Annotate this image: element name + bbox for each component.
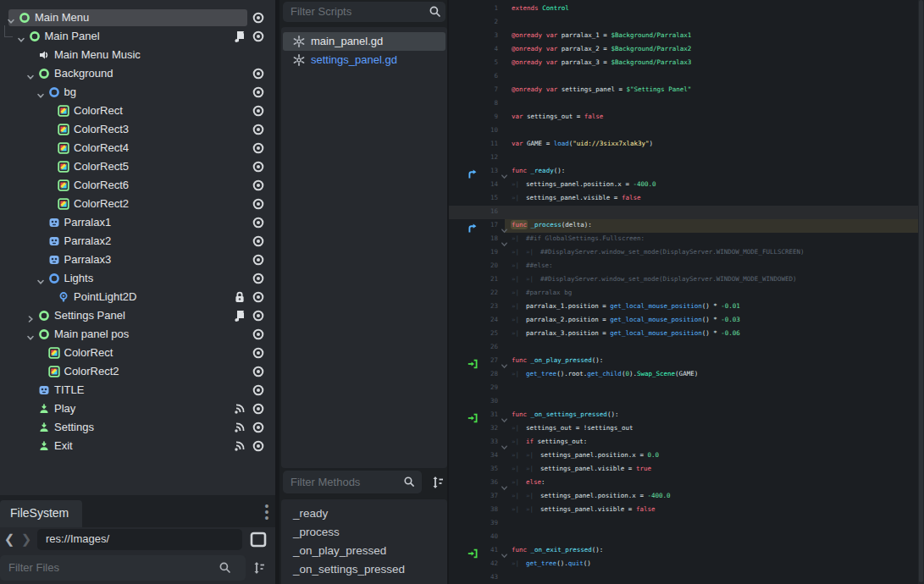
code-line-13[interactable]: 13func _ready(): bbox=[449, 165, 924, 179]
code-line-12[interactable]: 12 bbox=[449, 152, 924, 165]
code-line-14[interactable]: 14»|settings_panel.position.x = -400.0 bbox=[449, 179, 924, 192]
visibility-eye-icon[interactable] bbox=[252, 383, 265, 397]
code-line-19[interactable]: 19»|»|##DisplayServer.window_set_mode(Di… bbox=[449, 246, 924, 260]
tree-row-background[interactable]: Background bbox=[0, 64, 275, 83]
filter-methods-input[interactable]: Filter Methods bbox=[283, 471, 422, 493]
code-line-2[interactable]: 2 bbox=[449, 16, 924, 30]
code-scrollbar[interactable] bbox=[918, 0, 924, 584]
tree-row-colorrect[interactable]: ColorRect bbox=[0, 344, 275, 362]
code-line-17[interactable]: 17func _process(delta): bbox=[449, 219, 924, 233]
code-line-31[interactable]: 31func _on_settings_pressed(): bbox=[449, 409, 924, 422]
code-line-29[interactable]: 29 bbox=[449, 382, 924, 395]
filesystem-back-button[interactable]: ❮ bbox=[2, 531, 17, 548]
tree-row-title[interactable]: TITLE bbox=[0, 381, 275, 399]
tree-row-parralax1[interactable]: Parralax1 bbox=[0, 213, 275, 232]
visibility-eye-icon[interactable] bbox=[252, 160, 265, 174]
code-line-39[interactable]: 39 bbox=[449, 517, 924, 531]
tree-collapse-chevron-icon[interactable] bbox=[7, 14, 15, 22]
code-editor[interactable]: 1extends Control23@onready var parralax_… bbox=[449, 0, 924, 584]
scrollbar-thumb[interactable] bbox=[919, 0, 923, 582]
code-line-18[interactable]: 18»|##if GlobalSettings.Fullscreen: bbox=[449, 233, 924, 246]
signal-icon[interactable] bbox=[233, 421, 246, 434]
tree-collapse-chevron-icon[interactable] bbox=[17, 32, 25, 41]
tree-row-main-panel[interactable]: Main Panel bbox=[0, 27, 275, 46]
code-line-28[interactable]: 28»|get_tree().root.get_child(0).Swap_Sc… bbox=[449, 368, 924, 382]
code-line-16[interactable]: 16 bbox=[449, 206, 924, 219]
code-line-22[interactable]: 22»|#parralax bg bbox=[449, 287, 924, 300]
code-line-26[interactable]: 26 bbox=[449, 341, 924, 355]
visibility-eye-icon[interactable] bbox=[252, 439, 265, 453]
code-fold-chevron-icon[interactable] bbox=[501, 411, 508, 419]
visibility-eye-icon[interactable] bbox=[252, 346, 265, 360]
code-line-4[interactable]: 4@onready var parralax_2 = $Background/P… bbox=[449, 43, 924, 57]
filter-scripts-input[interactable]: Filter Scripts bbox=[283, 2, 445, 22]
tree-row-lights[interactable]: Lights bbox=[0, 269, 275, 288]
signal-icon[interactable] bbox=[233, 402, 246, 416]
visibility-eye-icon[interactable] bbox=[252, 309, 265, 322]
code-line-34[interactable]: 34»|»|settings_panel.position.x = 0.0 bbox=[449, 449, 924, 463]
visibility-eye-icon[interactable] bbox=[252, 328, 265, 341]
visibility-eye-icon[interactable] bbox=[252, 197, 265, 211]
tree-row-colorrect3[interactable]: ColorRect3 bbox=[0, 120, 275, 139]
code-line-41[interactable]: 41func _on_exit_pressed(): bbox=[449, 544, 924, 558]
tree-row-parralax2[interactable]: Parralax2 bbox=[0, 232, 275, 251]
filesystem-forward-button[interactable]: ❯ bbox=[19, 531, 34, 548]
code-line-20[interactable]: 20»|##else: bbox=[449, 260, 924, 273]
visibility-eye-icon[interactable] bbox=[252, 365, 265, 378]
code-line-35[interactable]: 35»|»|settings_panel.visible = true bbox=[449, 463, 924, 477]
code-fold-chevron-icon[interactable] bbox=[501, 438, 508, 446]
visibility-eye-icon[interactable] bbox=[252, 11, 265, 25]
lock-icon[interactable] bbox=[233, 290, 246, 304]
script-item-main_panel.gd[interactable]: main_panel.gd bbox=[283, 32, 445, 51]
script-item-settings_panel.gd[interactable]: settings_panel.gd bbox=[283, 51, 445, 69]
tree-row-exit[interactable]: Exit bbox=[0, 437, 275, 455]
method-item-_ready[interactable]: _ready bbox=[283, 504, 445, 523]
code-line-6[interactable]: 6 bbox=[449, 70, 924, 84]
visibility-eye-icon[interactable] bbox=[252, 30, 265, 43]
tree-row-colorrect2[interactable]: ColorRect2 bbox=[0, 195, 275, 213]
code-line-24[interactable]: 24»|parralax_2.position = get_local_mous… bbox=[449, 314, 924, 328]
tree-row-settings[interactable]: Settings bbox=[0, 418, 275, 437]
code-fold-chevron-icon[interactable] bbox=[501, 547, 508, 554]
code-fold-chevron-icon[interactable] bbox=[501, 222, 508, 229]
code-line-10[interactable]: 10 bbox=[449, 124, 924, 138]
tree-row-colorrect6[interactable]: ColorRect6 bbox=[0, 176, 275, 195]
filesystem-path-field[interactable]: res://Images/ bbox=[37, 529, 242, 550]
tree-row-colorrect5[interactable]: ColorRect5 bbox=[0, 157, 275, 176]
code-line-37[interactable]: 37»|»|settings_panel.position.x = -400.0 bbox=[449, 490, 924, 504]
tree-collapse-chevron-icon[interactable] bbox=[26, 69, 35, 78]
code-line-5[interactable]: 5@onready var parralax_3 = $Background/P… bbox=[449, 57, 924, 70]
filesystem-sort-button[interactable] bbox=[251, 559, 269, 576]
code-line-25[interactable]: 25»|parralax_3.position = get_local_mous… bbox=[449, 328, 924, 341]
visibility-eye-icon[interactable] bbox=[252, 141, 265, 155]
visibility-eye-icon[interactable] bbox=[252, 123, 265, 136]
filesystem-filter-input[interactable]: Filter Files bbox=[0, 555, 246, 581]
method-item-_on_play_pressed[interactable]: _on_play_pressed bbox=[283, 542, 445, 560]
code-line-30[interactable]: 30 bbox=[449, 395, 924, 409]
code-line-11[interactable]: 11var GAME = load("uid://3sixx7xlak3y") bbox=[449, 138, 924, 152]
visibility-eye-icon[interactable] bbox=[252, 272, 265, 285]
tree-row-main-panel-pos[interactable]: Main panel pos bbox=[0, 325, 275, 344]
filesystem-split-mode-button[interactable] bbox=[248, 530, 268, 550]
visibility-eye-icon[interactable] bbox=[252, 216, 265, 229]
tree-row-pointlight2d[interactable]: PointLight2D bbox=[0, 288, 275, 306]
visibility-eye-icon[interactable] bbox=[252, 67, 265, 80]
code-line-40[interactable]: 40 bbox=[449, 531, 924, 544]
tree-row-play[interactable]: Play bbox=[0, 399, 275, 418]
code-line-3[interactable]: 3@onready var parralax_1 = $Background/P… bbox=[449, 30, 924, 43]
code-line-42[interactable]: 42»|get_tree().quit() bbox=[449, 558, 924, 571]
script-icon[interactable] bbox=[233, 30, 246, 43]
tree-row-parralax3[interactable]: Parralax3 bbox=[0, 251, 275, 269]
code-line-21[interactable]: 21»|»|##DisplayServer.window_set_mode(Di… bbox=[449, 273, 924, 287]
code-line-15[interactable]: 15»|settings_panel.visible = false bbox=[449, 192, 924, 206]
code-line-9[interactable]: 9var settings_out = false bbox=[449, 111, 924, 124]
method-item-_process[interactable]: _process bbox=[283, 523, 445, 542]
code-line-7[interactable]: 7@onready var settings_panel = $"Setting… bbox=[449, 84, 924, 97]
visibility-eye-icon[interactable] bbox=[252, 85, 265, 99]
code-line-27[interactable]: 27func _on_play_pressed(): bbox=[449, 355, 924, 368]
code-line-36[interactable]: 36»|else: bbox=[449, 477, 924, 490]
visibility-eye-icon[interactable] bbox=[252, 104, 265, 118]
code-fold-chevron-icon[interactable] bbox=[501, 168, 508, 175]
visibility-eye-icon[interactable] bbox=[252, 290, 265, 304]
code-line-8[interactable]: 8 bbox=[449, 97, 924, 111]
